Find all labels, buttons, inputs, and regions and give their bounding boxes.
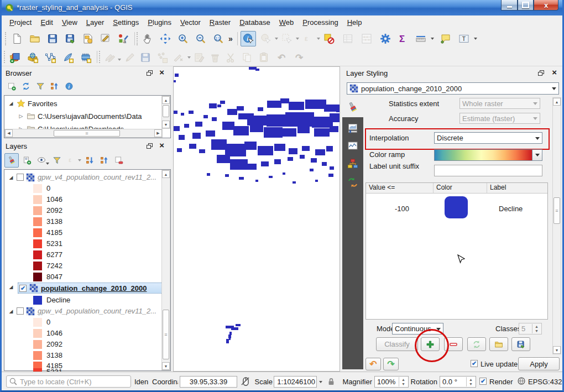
render-checkbox[interactable]: ✔ [479, 378, 487, 385]
open-project-button[interactable] [27, 31, 43, 46]
toggle-editing-button[interactable] [122, 50, 138, 65]
classification-table[interactable]: Value <= Color Label -100 Decline [365, 182, 548, 320]
open-layer-styling-dock-button[interactable] [4, 153, 19, 168]
data-source-manager-button[interactable] [7, 50, 23, 65]
add-mesh-layer-button[interactable] [78, 50, 93, 65]
zoom-native-button[interactable] [211, 31, 226, 46]
color-ramp-select[interactable] [434, 149, 542, 161]
tab-3d-view[interactable] [342, 155, 363, 173]
browser-hscrollbar[interactable]: ◀ ≡ ▶ [4, 129, 163, 138]
title-bar[interactable]: *raster_styling_and_analysis - QGIS x [0, 0, 564, 15]
minimize-button[interactable] [501, 0, 518, 11]
label-unit-suffix-input[interactable] [434, 165, 542, 176]
menu-view[interactable]: View [58, 17, 82, 28]
add-vector-layer-button[interactable] [25, 50, 40, 65]
current-edits-button[interactable] [102, 50, 118, 65]
rotation-spinner[interactable]: 0.0 °▲▼ [440, 376, 476, 388]
menu-edit[interactable]: Edit [36, 17, 57, 28]
locate-search-input[interactable]: Type to locate (Ctrl+K) [6, 375, 131, 388]
layer-row-gpw-2[interactable]: ◢ gpw_v4_population_count_rev11_2... [8, 306, 156, 316]
menu-layer[interactable]: Layer [82, 17, 109, 28]
class-value[interactable]: -100 [395, 205, 409, 213]
crs-label[interactable]: EPSG:4326 [528, 378, 564, 386]
zoom-full-button[interactable] [158, 31, 173, 46]
browser-close-icon[interactable]: × [159, 69, 164, 76]
classification-row[interactable]: -100 Decline [366, 194, 547, 227]
layer-class-row[interactable]: 0 [33, 317, 50, 327]
text-annotation-button[interactable] [456, 31, 472, 46]
layer-class-row[interactable]: 6277 [33, 249, 62, 260]
map-canvas[interactable] [173, 66, 340, 372]
column-header-value[interactable]: Value <= [366, 183, 434, 193]
layers-close-icon[interactable]: × [159, 142, 164, 149]
layers-panel-header[interactable]: Layers × [2, 139, 170, 153]
scale-combobox[interactable]: 1:10246100 [274, 376, 317, 388]
add-group-button[interactable] [20, 153, 34, 168]
layer-row-gpw-1[interactable]: ◢ gpw_v4_population_count_rev11_2... [8, 172, 156, 182]
filter-legend-by-expression-button[interactable] [65, 153, 78, 168]
browser-add-layer-button[interactable] [5, 80, 18, 93]
styling-layer-selector[interactable]: population_change_2010_2000 [347, 82, 559, 95]
browser-panel-header[interactable]: Browser × [2, 66, 170, 80]
layer-class-row[interactable]: 3138 [33, 350, 62, 360]
zoom-in-button[interactable] [175, 31, 191, 46]
vertex-tool-button[interactable] [171, 50, 186, 65]
styling-close-icon[interactable]: × [552, 69, 557, 76]
browser-item-favorites[interactable]: ◢ Favorites [8, 98, 57, 109]
reload-classes-button[interactable] [467, 337, 486, 351]
copy-features-button[interactable] [239, 50, 255, 65]
browser-refresh-button[interactable] [19, 80, 33, 93]
expanded-marker-icon[interactable]: ◢ [8, 175, 14, 180]
maximize-button[interactable] [518, 0, 534, 11]
delete-selected-button[interactable] [207, 50, 223, 65]
apply-button[interactable]: Apply [518, 357, 560, 370]
classify-button[interactable]: Classify [376, 337, 418, 351]
select-features-button[interactable] [279, 31, 295, 46]
layer-styling-header[interactable]: Layer Styling × [342, 66, 562, 80]
expanded-marker-icon[interactable]: ◢ [8, 101, 14, 106]
deselect-features-button[interactable] [300, 31, 316, 46]
deselect-all-layers-button[interactable] [321, 31, 337, 46]
style-manager-button[interactable] [116, 31, 131, 46]
layer-visibility-checkbox[interactable]: ✔ [19, 285, 27, 292]
column-header-color[interactable]: Color [434, 183, 487, 193]
paste-features-button[interactable] [256, 50, 271, 65]
lock-scale-icon[interactable] [327, 377, 336, 386]
magnifier-spinner[interactable]: 100%▲▼ [374, 376, 409, 388]
expand-all-button[interactable] [83, 153, 97, 168]
save-color-map-button[interactable] [511, 337, 530, 351]
layer-row-population-change[interactable]: ✔ population_change_2010_2000 [18, 283, 163, 294]
zoom-out-button[interactable] [193, 31, 208, 46]
class-color-swatch[interactable] [445, 196, 468, 218]
expanded-marker-icon[interactable]: ◢ [8, 284, 14, 290]
save-layer-edits-button[interactable] [138, 50, 153, 65]
remove-layer-button[interactable] [112, 153, 126, 168]
layer-class-row[interactable]: 7242 [33, 260, 62, 271]
coordinate-input[interactable]: 39.95,33.39 [180, 376, 237, 388]
layout-manager-button[interactable] [98, 31, 113, 46]
processing-toolbox-button[interactable] [378, 31, 393, 46]
menu-processing[interactable]: Processing [298, 17, 342, 28]
menu-plugins[interactable]: Plugins [143, 17, 176, 28]
classes-spinner[interactable]: 5▲▼ [519, 323, 542, 334]
layer-class-row[interactable]: 1046 [33, 328, 62, 338]
layer-class-row[interactable]: 0 [33, 183, 50, 194]
run-feature-action-button[interactable] [258, 31, 274, 46]
layer-class-row[interactable]: 2092 [33, 205, 62, 216]
layer-class-row[interactable]: 1046 [33, 194, 62, 205]
styling-redo-button[interactable]: ↷ [383, 358, 399, 370]
collapsed-marker-icon[interactable]: ▷ [18, 113, 24, 119]
layer-class-row[interactable]: 5231 [33, 238, 62, 249]
styling-vscrollbar[interactable]: ▲ ≡ ▼ [552, 97, 561, 354]
show-statistics-button[interactable] [395, 31, 411, 46]
menu-database[interactable]: Database [235, 17, 275, 28]
toolbar-overflow-chevron[interactable]: » [228, 34, 233, 43]
add-spatialite-layer-button[interactable] [60, 50, 76, 65]
extents-mouse-icon[interactable] [239, 375, 252, 388]
browser-filter-button[interactable] [34, 80, 47, 93]
layer-class-row[interactable]: Decline [33, 295, 70, 305]
browser-vscrollbar[interactable]: ▲ ▼ [161, 96, 170, 129]
save-project-as-button[interactable] [62, 31, 78, 46]
measure-line-button[interactable] [413, 31, 429, 46]
new-print-layout-button[interactable] [80, 31, 96, 46]
